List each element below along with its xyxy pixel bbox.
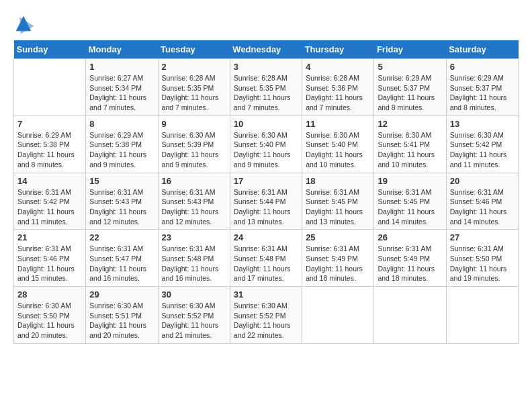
day-info: Sunrise: 6:30 AM Sunset: 5:40 PM Dayligh…	[234, 130, 298, 170]
page-header	[13, 13, 519, 34]
calendar-week-row: 14Sunrise: 6:31 AM Sunset: 5:42 PM Dayli…	[14, 173, 519, 230]
calendar-cell: 17Sunrise: 6:31 AM Sunset: 5:44 PM Dayli…	[230, 173, 302, 230]
day-info: Sunrise: 6:29 AM Sunset: 5:38 PM Dayligh…	[17, 130, 82, 170]
day-info: Sunrise: 6:31 AM Sunset: 5:46 PM Dayligh…	[17, 244, 82, 283]
logo	[13, 13, 38, 34]
day-number: 28	[17, 289, 82, 300]
calendar-header: SundayMondayTuesdayWednesdayThursdayFrid…	[14, 40, 519, 59]
calendar-cell: 29Sunrise: 6:30 AM Sunset: 5:51 PM Dayli…	[86, 287, 158, 344]
day-number: 25	[306, 232, 370, 242]
weekday-header: Tuesday	[158, 40, 230, 59]
calendar-cell: 22Sunrise: 6:31 AM Sunset: 5:47 PM Dayli…	[86, 230, 158, 287]
calendar-cell: 20Sunrise: 6:31 AM Sunset: 5:46 PM Dayli…	[446, 173, 518, 230]
calendar-cell: 28Sunrise: 6:30 AM Sunset: 5:50 PM Dayli…	[14, 287, 86, 344]
day-number: 12	[378, 119, 442, 129]
day-number: 14	[17, 176, 82, 186]
calendar-cell: 21Sunrise: 6:31 AM Sunset: 5:46 PM Dayli…	[14, 230, 86, 287]
calendar-cell: 30Sunrise: 6:30 AM Sunset: 5:52 PM Dayli…	[158, 287, 230, 344]
calendar-week-row: 7Sunrise: 6:29 AM Sunset: 5:38 PM Daylig…	[14, 116, 519, 173]
calendar-cell: 26Sunrise: 6:31 AM Sunset: 5:49 PM Dayli…	[374, 230, 446, 287]
calendar-cell: 31Sunrise: 6:30 AM Sunset: 5:52 PM Dayli…	[230, 287, 302, 344]
calendar-cell: 16Sunrise: 6:31 AM Sunset: 5:43 PM Dayli…	[158, 173, 230, 230]
calendar-cell	[446, 287, 518, 344]
calendar-week-row: 28Sunrise: 6:30 AM Sunset: 5:50 PM Dayli…	[14, 287, 519, 344]
day-number: 11	[306, 119, 370, 129]
day-number: 1	[89, 62, 154, 72]
day-number: 22	[89, 232, 154, 242]
calendar-cell: 12Sunrise: 6:30 AM Sunset: 5:41 PM Dayli…	[374, 116, 446, 173]
calendar-cell: 19Sunrise: 6:31 AM Sunset: 5:45 PM Dayli…	[374, 173, 446, 230]
day-number: 5	[378, 62, 442, 72]
calendar-cell: 15Sunrise: 6:31 AM Sunset: 5:43 PM Dayli…	[86, 173, 158, 230]
day-info: Sunrise: 6:31 AM Sunset: 5:45 PM Dayligh…	[378, 187, 442, 227]
day-info: Sunrise: 6:31 AM Sunset: 5:48 PM Dayligh…	[234, 244, 298, 283]
day-info: Sunrise: 6:30 AM Sunset: 5:41 PM Dayligh…	[378, 130, 442, 170]
day-info: Sunrise: 6:28 AM Sunset: 5:35 PM Dayligh…	[234, 73, 298, 113]
day-info: Sunrise: 6:31 AM Sunset: 5:49 PM Dayligh…	[306, 244, 370, 283]
day-info: Sunrise: 6:29 AM Sunset: 5:37 PM Dayligh…	[378, 73, 442, 113]
weekday-header: Sunday	[14, 40, 86, 59]
calendar-cell: 25Sunrise: 6:31 AM Sunset: 5:49 PM Dayli…	[302, 230, 374, 287]
weekday-header: Friday	[374, 40, 446, 59]
day-number: 19	[378, 176, 442, 186]
weekday-header: Monday	[86, 40, 158, 59]
day-info: Sunrise: 6:31 AM Sunset: 5:46 PM Dayligh…	[450, 187, 515, 227]
day-info: Sunrise: 6:28 AM Sunset: 5:36 PM Dayligh…	[306, 73, 370, 113]
weekday-header: Thursday	[302, 40, 374, 59]
day-info: Sunrise: 6:31 AM Sunset: 5:48 PM Dayligh…	[162, 244, 226, 283]
calendar-cell: 7Sunrise: 6:29 AM Sunset: 5:38 PM Daylig…	[14, 116, 86, 173]
day-info: Sunrise: 6:27 AM Sunset: 5:34 PM Dayligh…	[89, 73, 154, 113]
day-info: Sunrise: 6:28 AM Sunset: 5:35 PM Dayligh…	[162, 73, 226, 113]
calendar-cell: 24Sunrise: 6:31 AM Sunset: 5:48 PM Dayli…	[230, 230, 302, 287]
calendar-cell: 13Sunrise: 6:30 AM Sunset: 5:42 PM Dayli…	[446, 116, 518, 173]
calendar-cell: 5Sunrise: 6:29 AM Sunset: 5:37 PM Daylig…	[374, 59, 446, 116]
calendar-week-row: 21Sunrise: 6:31 AM Sunset: 5:46 PM Dayli…	[14, 230, 519, 287]
calendar-cell: 14Sunrise: 6:31 AM Sunset: 5:42 PM Dayli…	[14, 173, 86, 230]
day-number: 17	[234, 176, 298, 186]
day-info: Sunrise: 6:31 AM Sunset: 5:43 PM Dayligh…	[89, 187, 154, 227]
day-number: 18	[306, 176, 370, 186]
day-info: Sunrise: 6:31 AM Sunset: 5:49 PM Dayligh…	[378, 244, 442, 283]
day-number: 15	[89, 176, 154, 186]
day-number: 30	[162, 289, 226, 300]
calendar-cell: 9Sunrise: 6:30 AM Sunset: 5:39 PM Daylig…	[158, 116, 230, 173]
day-info: Sunrise: 6:30 AM Sunset: 5:52 PM Dayligh…	[234, 301, 298, 340]
calendar-cell: 10Sunrise: 6:30 AM Sunset: 5:40 PM Dayli…	[230, 116, 302, 173]
calendar-cell	[374, 287, 446, 344]
day-info: Sunrise: 6:30 AM Sunset: 5:50 PM Dayligh…	[17, 301, 82, 340]
logo-icon	[13, 13, 34, 34]
day-number: 6	[450, 62, 515, 72]
day-number: 26	[378, 232, 442, 242]
calendar-cell	[14, 59, 86, 116]
calendar-cell: 3Sunrise: 6:28 AM Sunset: 5:35 PM Daylig…	[230, 59, 302, 116]
day-number: 3	[234, 62, 298, 72]
day-info: Sunrise: 6:31 AM Sunset: 5:45 PM Dayligh…	[306, 187, 370, 227]
calendar-cell: 1Sunrise: 6:27 AM Sunset: 5:34 PM Daylig…	[86, 59, 158, 116]
calendar-week-row: 1Sunrise: 6:27 AM Sunset: 5:34 PM Daylig…	[14, 59, 519, 116]
calendar-cell: 8Sunrise: 6:29 AM Sunset: 5:38 PM Daylig…	[86, 116, 158, 173]
calendar-table: SundayMondayTuesdayWednesdayThursdayFrid…	[13, 40, 519, 344]
day-info: Sunrise: 6:30 AM Sunset: 5:52 PM Dayligh…	[162, 301, 226, 340]
weekday-header: Wednesday	[230, 40, 302, 59]
day-number: 21	[17, 232, 82, 242]
calendar-cell: 23Sunrise: 6:31 AM Sunset: 5:48 PM Dayli…	[158, 230, 230, 287]
day-info: Sunrise: 6:30 AM Sunset: 5:40 PM Dayligh…	[306, 130, 370, 170]
calendar-cell: 2Sunrise: 6:28 AM Sunset: 5:35 PM Daylig…	[158, 59, 230, 116]
day-info: Sunrise: 6:31 AM Sunset: 5:43 PM Dayligh…	[162, 187, 226, 227]
day-number: 2	[162, 62, 226, 72]
calendar-cell: 27Sunrise: 6:31 AM Sunset: 5:50 PM Dayli…	[446, 230, 518, 287]
day-number: 13	[450, 119, 515, 129]
day-info: Sunrise: 6:31 AM Sunset: 5:44 PM Dayligh…	[234, 187, 298, 227]
day-number: 10	[234, 119, 298, 129]
day-number: 8	[89, 119, 154, 129]
calendar-cell: 4Sunrise: 6:28 AM Sunset: 5:36 PM Daylig…	[302, 59, 374, 116]
day-number: 23	[162, 232, 226, 242]
day-info: Sunrise: 6:31 AM Sunset: 5:50 PM Dayligh…	[450, 244, 515, 283]
calendar-cell: 18Sunrise: 6:31 AM Sunset: 5:45 PM Dayli…	[302, 173, 374, 230]
day-number: 16	[162, 176, 226, 186]
calendar-cell	[302, 287, 374, 344]
day-info: Sunrise: 6:29 AM Sunset: 5:37 PM Dayligh…	[450, 73, 515, 113]
day-number: 9	[162, 119, 226, 129]
day-info: Sunrise: 6:29 AM Sunset: 5:38 PM Dayligh…	[89, 130, 154, 170]
day-number: 31	[234, 289, 298, 300]
